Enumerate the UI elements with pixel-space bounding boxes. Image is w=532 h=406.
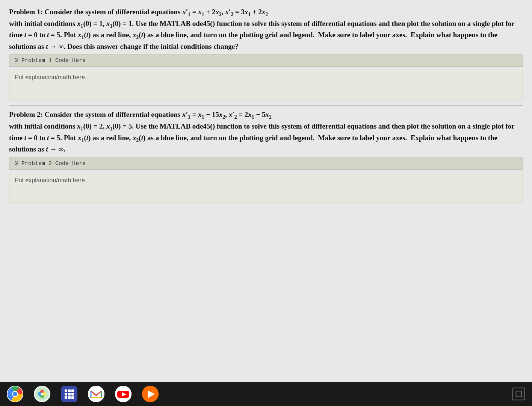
problem1-code-placeholder: % Problem 1 Code Here bbox=[15, 58, 86, 64]
svg-rect-19 bbox=[71, 396, 74, 399]
apps-icon[interactable] bbox=[61, 386, 77, 402]
problem2-title: Problem 2: Consider the system of differ… bbox=[9, 111, 181, 118]
problem2-body: with initial conditions x1(0) = 2, x1(0)… bbox=[9, 122, 514, 153]
chrome-icon[interactable] bbox=[7, 386, 23, 402]
problem2-code-placeholder: % Problem 2 Code Here bbox=[15, 161, 86, 167]
problem1-explanation-box[interactable]: Put explanation/math here... bbox=[9, 70, 523, 100]
svg-rect-16 bbox=[71, 393, 74, 395]
taskbar bbox=[0, 382, 532, 406]
svg-rect-12 bbox=[68, 389, 71, 392]
svg-rect-15 bbox=[68, 393, 71, 395]
svg-point-9 bbox=[41, 393, 44, 395]
problem2-explanation-box[interactable]: Put explanation/math here... bbox=[9, 173, 523, 203]
divider1 bbox=[9, 105, 523, 106]
svg-rect-18 bbox=[68, 396, 71, 399]
problem2-block: Problem 2: Consider the system of differ… bbox=[9, 109, 523, 203]
svg-rect-11 bbox=[65, 389, 67, 392]
problem1-body: with initial conditions x1(0) = 1, x1(0)… bbox=[9, 20, 514, 50]
play-icon[interactable] bbox=[142, 386, 159, 402]
problem2-equations: x′1 = x1 − 15x2, x′2 = 2x1 − 5x2 bbox=[182, 111, 272, 118]
svg-point-3 bbox=[13, 392, 17, 396]
problem1-equations: x′1 = x1 + 2x2, x′2 = 3x1 + 2x2 bbox=[182, 8, 268, 16]
gmail-icon[interactable] bbox=[88, 386, 104, 402]
youtube-icon[interactable] bbox=[115, 386, 131, 402]
problem2-explanation-placeholder: Put explanation/math here... bbox=[15, 177, 90, 183]
problem1-explanation-placeholder: Put explanation/math here... bbox=[15, 74, 90, 80]
problem1-title: Problem 1: Consider the system of differ… bbox=[9, 8, 181, 16]
problem2-code-box[interactable]: % Problem 2 Code Here bbox=[9, 158, 523, 170]
svg-rect-14 bbox=[65, 393, 67, 395]
svg-rect-17 bbox=[65, 396, 67, 399]
window-icon[interactable] bbox=[512, 388, 525, 400]
problem1-text: Problem 1: Consider the system of differ… bbox=[9, 7, 523, 52]
problem2-text: Problem 2: Consider the system of differ… bbox=[9, 109, 523, 154]
problem1-block: Problem 1: Consider the system of differ… bbox=[9, 7, 523, 100]
svg-rect-13 bbox=[71, 389, 74, 392]
problem1-code-box[interactable]: % Problem 1 Code Here bbox=[9, 55, 523, 67]
svg-rect-29 bbox=[516, 391, 522, 397]
files-icon[interactable] bbox=[34, 386, 50, 402]
main-content: Problem 1: Consider the system of differ… bbox=[0, 0, 532, 382]
